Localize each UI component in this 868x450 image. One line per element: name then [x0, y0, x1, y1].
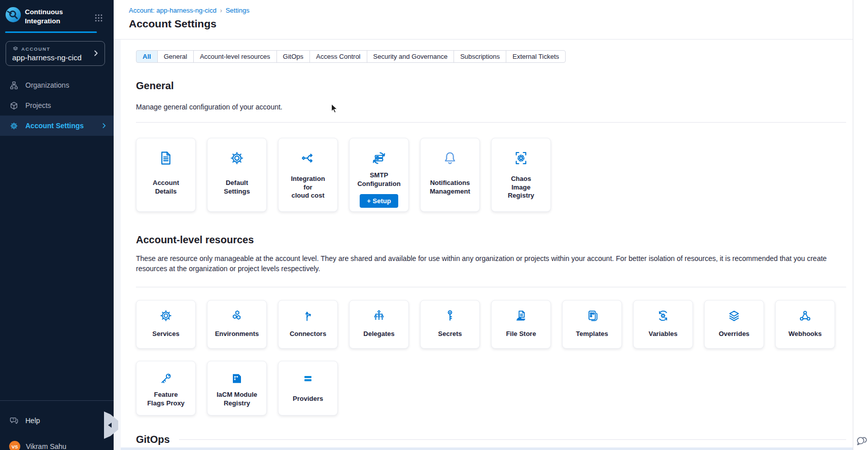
- gitops-section-title: GitOps: [136, 434, 170, 445]
- gear-sync-icon: [655, 308, 671, 323]
- cube-icon: [9, 101, 19, 110]
- card-label: IaCM Module Registry: [217, 391, 257, 408]
- breadcrumb-separator-icon: ›: [220, 7, 222, 14]
- sidebar-item-account-settings[interactable]: Account Settings: [0, 116, 114, 136]
- card-label: SMTP Configuration: [357, 171, 400, 189]
- account-selector-label: ACCOUNT: [21, 46, 50, 52]
- chevron-right-icon: [92, 49, 100, 57]
- card-iacm-module-registry[interactable]: IaCM Module Registry: [207, 361, 267, 416]
- card-label: Chaos Image Registry: [508, 175, 534, 201]
- card-environments[interactable]: Environments: [207, 300, 267, 349]
- card-providers[interactable]: Providers: [278, 361, 338, 416]
- user-profile[interactable]: VS Vikram Sahu: [0, 439, 114, 450]
- tab-gitops[interactable]: GitOps: [276, 50, 310, 63]
- card-services[interactable]: Services: [136, 300, 196, 349]
- section-divider: [136, 287, 846, 287]
- card-label: Templates: [576, 330, 608, 339]
- gear-icon: [228, 149, 246, 167]
- general-section-title: General: [136, 80, 173, 92]
- resources-cards-row-2: Feature Flags Proxy IaCM Module Registry: [136, 361, 338, 416]
- collapse-left-arrow-icon: [108, 423, 112, 428]
- card-default-settings[interactable]: Default Settings: [207, 138, 267, 212]
- branch-flow-icon: [299, 149, 317, 167]
- chevron-right-icon: [100, 122, 108, 129]
- tab-all[interactable]: All: [136, 50, 158, 63]
- account-selector[interactable]: ACCOUNT app-harness-ng-cicd: [6, 41, 105, 66]
- card-variables[interactable]: Variables: [633, 300, 693, 349]
- card-label: Variables: [648, 330, 677, 339]
- module-divider: [5, 31, 97, 33]
- card-label: Default Settings: [224, 179, 250, 196]
- resources-section-description: These are resource only manageable at th…: [136, 253, 844, 274]
- sidebar-item-label: Account Settings: [25, 122, 84, 130]
- card-secrets[interactable]: Secrets: [420, 300, 480, 349]
- card-connectors[interactable]: Connectors: [278, 300, 338, 349]
- sidebar: Continuous Integration ACCOUNT app-harne…: [0, 0, 114, 450]
- harness-ci-logo-icon[interactable]: [5, 7, 21, 23]
- card-account-details[interactable]: Account Details: [136, 138, 196, 212]
- card-delegates[interactable]: Delegates: [349, 300, 409, 349]
- section-divider: [136, 122, 846, 123]
- card-webhooks[interactable]: Webhooks: [775, 300, 835, 349]
- templates-icon: [584, 308, 600, 323]
- support-chat-icon[interactable]: [855, 434, 868, 446]
- content-gutter: [114, 40, 121, 450]
- page-header: Account: app-harness-ng-cicd › Settings …: [114, 0, 853, 40]
- account-name: app-harness-ng-cicd: [12, 53, 82, 62]
- sidebar-item-label: Projects: [25, 101, 51, 109]
- help-chat-icon: ?: [9, 416, 19, 426]
- card-label: Notifications Management: [430, 179, 470, 196]
- org-chart-icon: [9, 81, 19, 90]
- card-feature-flags-proxy[interactable]: Feature Flags Proxy: [136, 361, 196, 416]
- svg-text:?: ?: [12, 418, 14, 421]
- product-header: Continuous Integration: [5, 7, 82, 25]
- sidebar-item-organizations[interactable]: Organizations: [0, 75, 114, 95]
- account-settings-page: Continuous Integration ACCOUNT app-harne…: [0, 0, 868, 450]
- card-smtp-configuration[interactable]: SMTP Configuration + Setup: [349, 138, 409, 212]
- tab-access-control[interactable]: Access Control: [309, 50, 367, 63]
- sidebar-item-projects[interactable]: Projects: [0, 95, 114, 116]
- resources-cards-row-1: Services Environments Con: [136, 300, 835, 349]
- card-label: File Store: [506, 330, 536, 339]
- module-registry-icon: [229, 371, 245, 386]
- tab-subscriptions[interactable]: Subscriptions: [454, 50, 506, 63]
- gitops-section-header: GitOps: [136, 434, 846, 445]
- card-label: Services: [152, 330, 180, 339]
- page-title: Account Settings: [129, 18, 853, 30]
- app-switcher-grid-icon[interactable]: [94, 14, 103, 22]
- smtp-setup-button[interactable]: + Setup: [360, 194, 398, 208]
- breadcrumb-account-link[interactable]: Account: app-harness-ng-cicd: [129, 7, 217, 14]
- card-label: Providers: [293, 395, 323, 403]
- general-section-description: Manage general configuration of your acc…: [136, 102, 283, 112]
- help-button[interactable]: ? Help: [0, 413, 114, 428]
- tab-security-and-governance[interactable]: Security and Governance: [367, 50, 455, 63]
- next-section-edge: [121, 447, 853, 450]
- gear-icon: [9, 121, 19, 131]
- gear-icon: [158, 308, 173, 323]
- tab-general[interactable]: General: [157, 50, 194, 63]
- document-icon: [157, 149, 175, 167]
- right-edge-strip: [853, 0, 868, 450]
- chaos-registry-icon: [512, 149, 530, 167]
- card-overrides[interactable]: Overrides: [704, 300, 764, 349]
- general-cards-row: Account Details Default Settings: [136, 138, 551, 212]
- avatar: VS: [9, 441, 20, 450]
- user-name: Vikram Sahu: [26, 442, 66, 450]
- card-label: Connectors: [290, 330, 326, 339]
- tab-account-level-resources[interactable]: Account-level resources: [193, 50, 277, 63]
- smtp-server-icon: [370, 149, 388, 167]
- help-label: Help: [25, 417, 40, 425]
- sidebar-item-label: Organizations: [25, 81, 69, 89]
- layers-icon: [726, 308, 742, 323]
- product-title: Continuous Integration: [25, 8, 82, 25]
- card-chaos-image-registry[interactable]: Chaos Image Registry: [491, 138, 551, 212]
- breadcrumb-settings-link[interactable]: Settings: [226, 7, 250, 14]
- card-integration-cloud-cost[interactable]: Integration for cloud cost: [278, 138, 338, 212]
- diagonal-key-icon: [158, 371, 173, 386]
- tab-external-tickets[interactable]: External Tickets: [506, 50, 566, 63]
- card-notifications-management[interactable]: Notifications Management: [420, 138, 480, 212]
- org-tree-icon: [371, 308, 387, 323]
- card-templates[interactable]: Templates: [562, 300, 622, 349]
- card-file-store[interactable]: File Store: [491, 300, 551, 349]
- breadcrumb: Account: app-harness-ng-cicd › Settings: [129, 7, 853, 14]
